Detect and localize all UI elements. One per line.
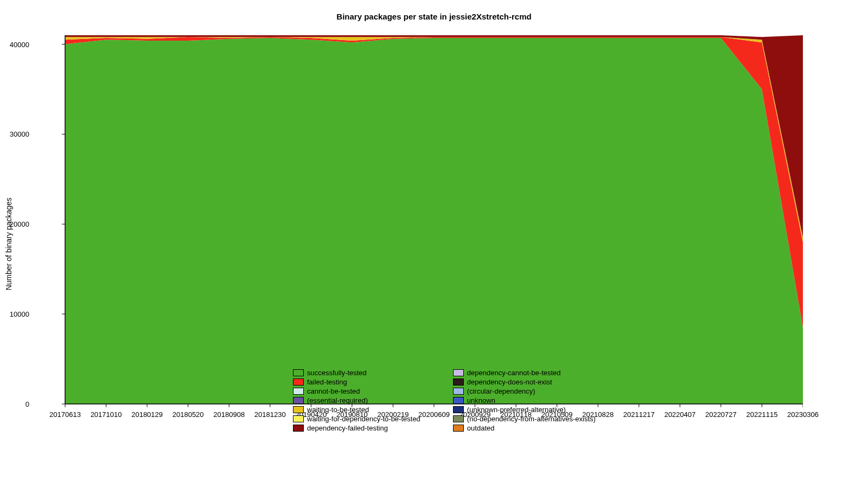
legend-column: successfully-testedfailed-testingcannot-… xyxy=(293,369,420,432)
legend-swatch xyxy=(453,415,464,422)
legend-swatch xyxy=(453,425,464,432)
legend-item: outdated xyxy=(453,424,596,432)
legend-item: dependency-failed-testing xyxy=(293,424,420,432)
legend-item: dependency-does-not-exist xyxy=(453,378,596,386)
x-tick-label: 20220727 xyxy=(705,410,737,419)
legend-label: (unknown-preferred-alternative) xyxy=(467,406,566,414)
legend-item: cannot-be-tested xyxy=(293,387,420,395)
legend-label: waiting-for-dependency-to-be-tested xyxy=(307,415,420,423)
legend-swatch xyxy=(293,378,304,386)
legend-label: (essential-required) xyxy=(307,396,368,404)
y-tick-label: 10000 xyxy=(2,310,29,318)
chart-title: Binary packages per state in jessie2Xstr… xyxy=(0,12,868,21)
legend-label: (circular-dependency) xyxy=(467,387,535,395)
legend-label: dependency-failed-testing xyxy=(307,424,388,432)
legend-item: dependency-cannot-be-tested xyxy=(453,369,596,377)
legend-item: unknown xyxy=(453,396,596,404)
legend-item: (unknown-preferred-alternative) xyxy=(453,406,596,414)
y-tick-label: 0 xyxy=(2,400,29,408)
legend-item: successfully-tested xyxy=(293,369,420,377)
legend-label: outdated xyxy=(467,424,495,432)
legend-swatch xyxy=(293,397,304,404)
x-tick-label: 20180520 xyxy=(173,410,204,419)
x-tick-label: 20181230 xyxy=(254,410,286,419)
legend-label: failed-testing xyxy=(307,378,347,386)
legend-label: waiting-to-be-tested xyxy=(307,406,369,414)
legend-swatch xyxy=(293,388,304,395)
x-tick-label: 20170613 xyxy=(49,410,81,419)
legend-item: (essential-required) xyxy=(293,396,420,404)
legend-label: dependency-does-not-exist xyxy=(467,378,552,386)
legend: successfully-testedfailed-testingcannot-… xyxy=(293,369,596,432)
x-tick-label: 20171010 xyxy=(91,410,122,419)
x-tick-label: 20180908 xyxy=(213,410,245,419)
legend-swatch xyxy=(453,406,464,413)
legend-swatch xyxy=(293,406,304,413)
y-tick-label: 30000 xyxy=(2,130,29,138)
legend-item: failed-testing xyxy=(293,378,420,386)
legend-swatch xyxy=(453,369,464,376)
legend-swatch xyxy=(293,369,304,376)
x-tick-label: 20220407 xyxy=(664,410,695,419)
legend-label: unknown xyxy=(467,396,495,404)
y-axis-label: Number of binary packages xyxy=(3,0,14,488)
legend-label: successfully-tested xyxy=(307,369,367,377)
legend-item: waiting-for-dependency-to-be-tested xyxy=(293,415,420,423)
legend-swatch xyxy=(293,415,304,422)
legend-label: dependency-cannot-be-tested xyxy=(467,369,561,377)
legend-item: (circular-dependency) xyxy=(453,387,596,395)
legend-item: (no-dependency-from-alternatives-exists) xyxy=(453,415,596,423)
legend-label: cannot-be-tested xyxy=(307,387,360,395)
legend-column: dependency-cannot-be-testeddependency-do… xyxy=(453,369,596,432)
x-tick-label: 20211217 xyxy=(623,410,655,419)
x-tick-label: 20180129 xyxy=(131,410,163,419)
legend-swatch xyxy=(293,425,304,432)
legend-item: waiting-to-be-tested xyxy=(293,406,420,414)
y-tick-label: 40000 xyxy=(2,40,29,48)
y-tick-label: 20000 xyxy=(2,220,29,228)
x-tick-label: 20230306 xyxy=(787,410,819,419)
legend-label: (no-dependency-from-alternatives-exists) xyxy=(467,415,596,423)
legend-swatch xyxy=(453,397,464,404)
x-tick-label: 20221115 xyxy=(746,410,778,419)
legend-swatch xyxy=(453,378,464,386)
legend-swatch xyxy=(453,388,464,395)
